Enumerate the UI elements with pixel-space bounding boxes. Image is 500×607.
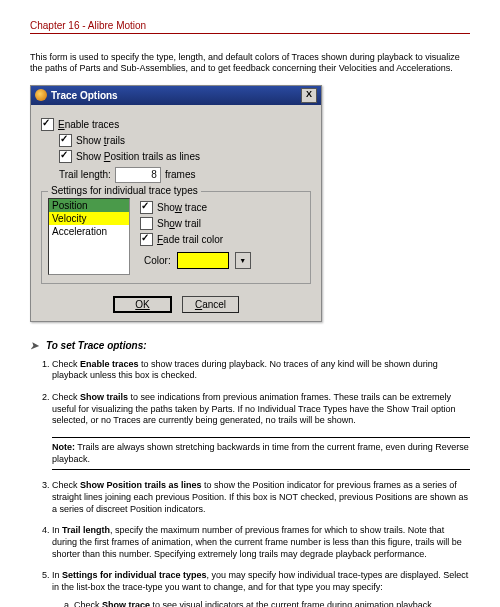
step-1: Check Enable traces to show traces durin… [52,359,470,382]
substeps-list: Check Show trace to see visual indicator… [52,600,470,607]
section-heading: ➤ To set Trace options: [30,340,470,351]
dialog-body: Enable traces Show trails Show Position … [31,105,321,321]
show-trail-label: Show trail [157,218,201,229]
step-5: In Settings for individual trace types, … [52,570,470,607]
list-item-velocity[interactable]: Velocity [49,212,129,225]
cancel-button[interactable]: Cancel [182,296,239,313]
dialog-title: Trace Options [51,90,118,101]
checkbox-icon [41,118,54,131]
fade-trail-color-label: Fade trail color [157,234,223,245]
trail-length-units: frames [165,169,196,180]
step-5a: Check Show trace to see visual indicator… [74,600,470,607]
close-button[interactable]: X [301,88,317,103]
dialog-titlebar: Trace Options X [31,86,321,105]
show-trails-label: Show trails [76,135,125,146]
show-trace-checkbox[interactable]: Show trace [140,201,304,214]
list-item-position[interactable]: Position [49,199,129,212]
steps-list: Check Enable traces to show traces durin… [30,359,470,427]
individual-trace-types-fieldset: Settings for individual trace types Posi… [41,191,311,284]
color-label: Color: [144,255,171,266]
ok-button[interactable]: OK [113,296,172,313]
trail-length-input[interactable]: 8 [115,167,161,183]
color-dropdown-button[interactable]: ▼ [235,252,251,269]
chapter-header: Chapter 16 - Alibre Motion [30,20,470,34]
color-row: Color: ▼ [144,252,304,269]
checkbox-icon [59,134,72,147]
show-position-trails-lines-checkbox[interactable]: Show Position trails as lines [41,150,311,163]
checkbox-icon [59,150,72,163]
checkbox-icon [140,201,153,214]
show-position-trails-lines-label: Show Position trails as lines [76,151,200,162]
trace-options-dialog: Trace Options X Enable traces Show trail… [30,85,322,322]
list-item-acceleration[interactable]: Acceleration [49,225,129,238]
enable-traces-label: Enable traces [58,119,119,130]
fieldset-legend: Settings for individual trace types [48,185,201,196]
trace-type-listbox[interactable]: Position Velocity Acceleration [48,198,130,275]
show-trails-checkbox[interactable]: Show trails [41,134,311,147]
trail-length-row: Trail length: 8 frames [41,167,311,183]
trail-length-label: Trail length: [59,169,111,180]
step-3: Check Show Position trails as lines to s… [52,480,470,515]
step-2: Check Show trails to see indications fro… [52,392,470,427]
color-swatch[interactable] [177,252,229,269]
dialog-button-row: OK Cancel [41,296,311,313]
intro-paragraph: This form is used to specify the type, l… [30,52,470,75]
show-trace-label: Show trace [157,202,207,213]
steps-list-cont: Check Show Position trails as lines to s… [30,480,470,607]
step-4: In Trail length, specify the maximum num… [52,525,470,560]
show-trail-checkbox[interactable]: Show trail [140,217,304,230]
checkbox-icon [140,217,153,230]
arrow-icon: ➤ [30,340,38,351]
enable-traces-checkbox[interactable]: Enable traces [41,118,311,131]
note-box: Note: Trails are always shown stretching… [52,437,470,470]
app-icon [35,89,47,101]
fade-trail-color-checkbox[interactable]: Fade trail color [140,233,304,246]
checkbox-icon [140,233,153,246]
